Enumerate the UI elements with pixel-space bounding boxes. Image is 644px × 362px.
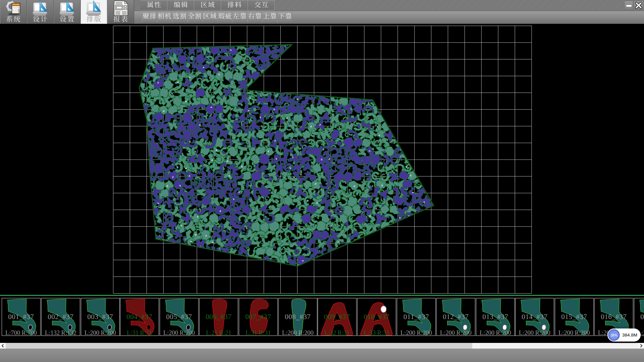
svg-text:38%: 38% [610,334,617,337]
